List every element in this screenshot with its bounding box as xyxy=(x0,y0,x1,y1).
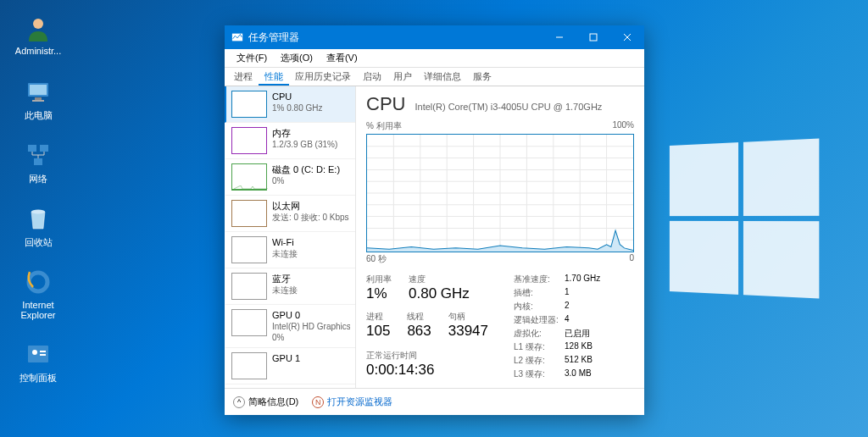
menu-view[interactable]: 查看(V) xyxy=(320,49,364,67)
tab-performance[interactable]: 性能 xyxy=(259,68,289,86)
tab-details[interactable]: 详细信息 xyxy=(418,68,467,86)
spec-value: 2 xyxy=(565,301,600,313)
cpu-thumb-icon xyxy=(231,91,267,118)
svg-point-8 xyxy=(31,210,45,214)
gpu1-thumb-icon xyxy=(231,352,267,379)
svg-point-0 xyxy=(33,19,43,29)
tab-startup[interactable]: 启动 xyxy=(357,68,387,86)
menu-options[interactable]: 选项(O) xyxy=(274,49,320,67)
computer-icon xyxy=(23,76,53,107)
titlebar[interactable]: 任务管理器 xyxy=(225,25,644,49)
gpu0-thumb-icon xyxy=(231,309,267,336)
uptime-label: 正常运行时间 xyxy=(366,350,488,362)
svg-rect-16 xyxy=(590,34,597,41)
chevron-up-icon: ^ xyxy=(233,396,245,408)
ie-icon xyxy=(23,267,53,297)
spec-label: L3 缓存: xyxy=(514,368,565,380)
cpu-title: CPU xyxy=(366,93,405,114)
svg-rect-2 xyxy=(30,85,47,95)
tab-processes[interactable]: 进程 xyxy=(228,68,259,86)
task-manager-window: 任务管理器 文件(F) 选项(O) 查看(V) 进程 性能 应用历史记录 启动 … xyxy=(225,25,644,415)
network-icon xyxy=(23,140,53,170)
sidebar-item-gpu1[interactable]: GPU 1 xyxy=(225,348,355,384)
minimize-button[interactable] xyxy=(542,25,576,49)
wifi-thumb-icon xyxy=(231,236,267,263)
app-icon xyxy=(231,31,243,43)
spec-label: L1 缓存: xyxy=(514,341,565,353)
recycle-bin-icon xyxy=(23,203,53,234)
desktop-icon-recycle[interactable]: 回收站 xyxy=(8,203,68,249)
svg-rect-5 xyxy=(28,145,36,152)
memory-thumb-icon xyxy=(231,127,267,154)
resmon-icon: N xyxy=(312,396,324,408)
close-button[interactable] xyxy=(610,25,644,49)
spec-label: 基准速度: xyxy=(514,274,565,285)
spec-label: 逻辑处理器: xyxy=(514,314,565,326)
threads-label: 线程 xyxy=(407,311,431,323)
cpu-usage-graph[interactable] xyxy=(366,134,634,252)
svg-point-11 xyxy=(32,350,37,355)
control-panel-icon xyxy=(23,339,53,369)
cpu-model: Intel(R) Core(TM) i3-4005U CPU @ 1.70GHz xyxy=(415,102,603,112)
desktop-icon-admin[interactable]: Administr... xyxy=(8,13,68,56)
cpu-header: CPU Intel(R) Core(TM) i3-4005U CPU @ 1.7… xyxy=(366,93,634,115)
uptime-value: 0:00:14:36 xyxy=(366,362,488,379)
spec-value: 已启用 xyxy=(565,328,600,340)
spec-label: 插槽: xyxy=(514,287,565,299)
svg-rect-6 xyxy=(40,145,48,152)
performance-main: CPU Intel(R) Core(TM) i3-4005U CPU @ 1.7… xyxy=(356,86,644,388)
bluetooth-thumb-icon xyxy=(231,273,267,300)
menu-file[interactable]: 文件(F) xyxy=(230,49,274,67)
util-value: 1% xyxy=(366,285,392,302)
proc-value: 105 xyxy=(366,323,390,340)
ethernet-thumb-icon xyxy=(231,200,267,227)
tab-services[interactable]: 服务 xyxy=(467,68,498,86)
handles-value: 33947 xyxy=(448,323,488,340)
maximize-button[interactable] xyxy=(576,25,610,49)
tab-users[interactable]: 用户 xyxy=(387,68,418,86)
proc-label: 进程 xyxy=(366,311,390,323)
sidebar-item-memory[interactable]: 内存1.2/3.9 GB (31%) xyxy=(225,123,355,159)
svg-rect-3 xyxy=(35,97,42,100)
speed-value: 0.80 GHz xyxy=(409,285,470,302)
graph-ylabel: % 利用率 xyxy=(366,120,402,132)
tab-history[interactable]: 应用历史记录 xyxy=(289,68,357,86)
speed-label: 速度 xyxy=(409,274,470,285)
svg-rect-12 xyxy=(40,351,46,352)
cpu-spec-grid: 基准速度:1.70 GHz插槽:1内核:2逻辑处理器:4虚拟化:已启用L1 缓存… xyxy=(514,274,600,380)
graph-xright: 0 xyxy=(629,253,634,265)
spec-value: 3.0 MB xyxy=(565,368,600,380)
user-icon xyxy=(23,13,53,43)
sidebar-item-cpu[interactable]: CPU1% 0.80 GHz xyxy=(225,86,355,123)
desktop-icon-network[interactable]: 网络 xyxy=(8,140,68,185)
desktop-icon-computer[interactable]: 此电脑 xyxy=(8,76,68,122)
desktop-icon-ie[interactable]: Internet Explorer xyxy=(8,267,68,320)
handles-label: 句柄 xyxy=(448,311,488,323)
svg-point-9 xyxy=(29,273,47,291)
footer: ^简略信息(D) N打开资源监视器 xyxy=(225,388,644,415)
tabbar: 进程 性能 应用历史记录 启动 用户 详细信息 服务 xyxy=(225,68,644,86)
spec-value: 128 KB xyxy=(565,341,600,353)
sidebar-item-disk[interactable]: 磁盘 0 (C: D: E:)0% xyxy=(225,159,355,196)
svg-rect-4 xyxy=(32,100,44,102)
spec-value: 1.70 GHz xyxy=(565,274,600,285)
spec-label: 内核: xyxy=(514,301,565,313)
svg-rect-7 xyxy=(34,158,42,165)
performance-sidebar: CPU1% 0.80 GHz 内存1.2/3.9 GB (31%) 磁盘 0 (… xyxy=(225,86,356,388)
disk-thumb-icon xyxy=(231,163,267,191)
window-title: 任务管理器 xyxy=(248,30,299,45)
sidebar-item-bluetooth[interactable]: 蓝牙未连接 xyxy=(225,268,355,305)
spec-value: 4 xyxy=(565,314,600,326)
spec-value: 1 xyxy=(565,287,600,299)
svg-rect-13 xyxy=(40,354,46,356)
menubar: 文件(F) 选项(O) 查看(V) xyxy=(225,49,644,68)
graph-ymax: 100% xyxy=(612,120,634,132)
brief-link[interactable]: ^简略信息(D) xyxy=(233,396,298,408)
sidebar-item-ethernet[interactable]: 以太网发送: 0 接收: 0 Kbps xyxy=(225,196,355,232)
spec-label: L2 缓存: xyxy=(514,355,565,367)
sidebar-item-wifi[interactable]: Wi-Fi未连接 xyxy=(225,232,355,268)
spec-value: 512 KB xyxy=(565,355,600,367)
sidebar-item-gpu0[interactable]: GPU 0Intel(R) HD Graphics0% xyxy=(225,305,355,348)
resmon-link[interactable]: N打开资源监视器 xyxy=(312,396,392,408)
desktop-icon-control[interactable]: 控制面板 xyxy=(8,339,68,384)
